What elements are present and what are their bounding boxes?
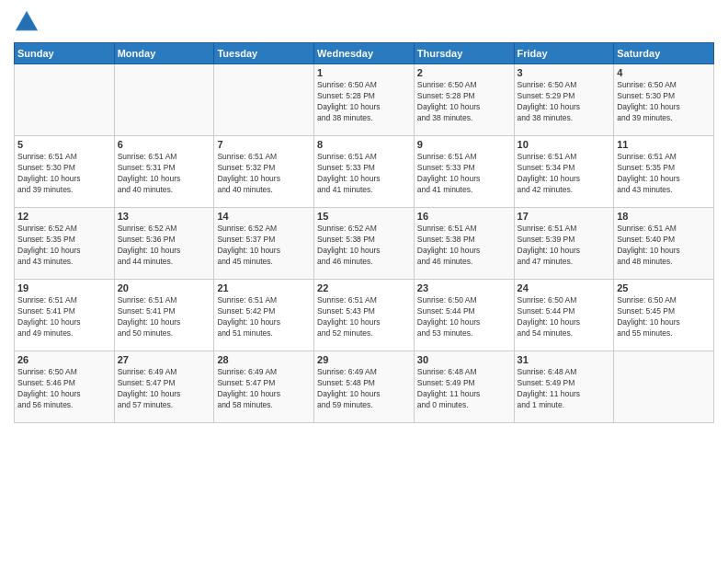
day-number: 9 — [417, 139, 511, 150]
calendar-cell: 17Sunrise: 6:51 AM Sunset: 5:39 PM Dayli… — [514, 208, 614, 280]
calendar-cell: 25Sunrise: 6:50 AM Sunset: 5:45 PM Dayli… — [614, 280, 714, 351]
weekday-header-monday: Monday — [114, 43, 214, 64]
day-number: 12 — [17, 211, 111, 222]
calendar-cell: 22Sunrise: 6:51 AM Sunset: 5:43 PM Dayli… — [314, 280, 415, 351]
day-info: Sunrise: 6:50 AM Sunset: 5:46 PM Dayligh… — [17, 367, 111, 411]
day-number: 15 — [317, 211, 411, 222]
calendar-cell: 18Sunrise: 6:51 AM Sunset: 5:40 PM Dayli… — [614, 208, 714, 280]
day-number: 20 — [118, 282, 211, 293]
calendar-cell — [614, 351, 714, 423]
day-number: 31 — [518, 354, 611, 365]
calendar-cell: 1Sunrise: 6:50 AM Sunset: 5:28 PM Daylig… — [314, 64, 415, 136]
day-info: Sunrise: 6:50 AM Sunset: 5:30 PM Dayligh… — [617, 80, 711, 124]
calendar-cell: 4Sunrise: 6:50 AM Sunset: 5:30 PM Daylig… — [614, 64, 714, 136]
day-info: Sunrise: 6:52 AM Sunset: 5:38 PM Dayligh… — [317, 224, 411, 268]
day-info: Sunrise: 6:48 AM Sunset: 5:49 PM Dayligh… — [518, 367, 611, 411]
weekday-header-friday: Friday — [514, 43, 614, 64]
day-info: Sunrise: 6:49 AM Sunset: 5:48 PM Dayligh… — [317, 367, 411, 411]
day-info: Sunrise: 6:51 AM Sunset: 5:30 PM Dayligh… — [17, 152, 111, 196]
day-info: Sunrise: 6:51 AM Sunset: 5:39 PM Dayligh… — [518, 224, 611, 268]
calendar-cell — [214, 64, 314, 136]
day-number: 26 — [17, 354, 111, 365]
calendar-cell: 2Sunrise: 6:50 AM Sunset: 5:28 PM Daylig… — [414, 64, 514, 136]
day-info: Sunrise: 6:51 AM Sunset: 5:38 PM Dayligh… — [417, 224, 511, 268]
day-info: Sunrise: 6:51 AM Sunset: 5:42 PM Dayligh… — [217, 295, 311, 339]
day-info: Sunrise: 6:51 AM Sunset: 5:33 PM Dayligh… — [417, 152, 511, 196]
weekday-header-row: SundayMondayTuesdayWednesdayThursdayFrid… — [15, 43, 714, 64]
calendar-cell: 11Sunrise: 6:51 AM Sunset: 5:35 PM Dayli… — [614, 136, 714, 208]
day-info: Sunrise: 6:50 AM Sunset: 5:28 PM Dayligh… — [417, 80, 511, 124]
calendar-cell: 3Sunrise: 6:50 AM Sunset: 5:29 PM Daylig… — [514, 64, 614, 136]
day-number: 3 — [518, 67, 611, 78]
day-number: 24 — [518, 282, 611, 293]
day-info: Sunrise: 6:51 AM Sunset: 5:40 PM Dayligh… — [617, 224, 711, 268]
week-row-3: 12Sunrise: 6:52 AM Sunset: 5:35 PM Dayli… — [15, 208, 714, 280]
day-number: 29 — [317, 354, 411, 365]
calendar-cell: 5Sunrise: 6:51 AM Sunset: 5:30 PM Daylig… — [15, 136, 115, 208]
calendar-cell: 20Sunrise: 6:51 AM Sunset: 5:41 PM Dayli… — [114, 280, 214, 351]
calendar-cell: 15Sunrise: 6:52 AM Sunset: 5:38 PM Dayli… — [314, 208, 415, 280]
day-info: Sunrise: 6:50 AM Sunset: 5:45 PM Dayligh… — [617, 295, 711, 339]
day-number: 21 — [217, 282, 311, 293]
calendar-cell: 10Sunrise: 6:51 AM Sunset: 5:34 PM Dayli… — [514, 136, 614, 208]
day-info: Sunrise: 6:52 AM Sunset: 5:35 PM Dayligh… — [17, 224, 111, 268]
day-number: 7 — [217, 139, 311, 150]
calendar-cell: 13Sunrise: 6:52 AM Sunset: 5:36 PM Dayli… — [114, 208, 214, 280]
day-number: 2 — [417, 67, 511, 78]
logo — [14, 9, 43, 35]
day-number: 28 — [217, 354, 311, 365]
day-number: 27 — [118, 354, 211, 365]
day-info: Sunrise: 6:51 AM Sunset: 5:34 PM Dayligh… — [518, 152, 611, 196]
calendar-cell: 31Sunrise: 6:48 AM Sunset: 5:49 PM Dayli… — [514, 351, 614, 423]
day-info: Sunrise: 6:48 AM Sunset: 5:49 PM Dayligh… — [417, 367, 511, 411]
calendar-cell: 7Sunrise: 6:51 AM Sunset: 5:32 PM Daylig… — [214, 136, 314, 208]
day-number: 19 — [17, 282, 111, 293]
day-number: 30 — [417, 354, 511, 365]
weekday-header-sunday: Sunday — [15, 43, 115, 64]
day-info: Sunrise: 6:50 AM Sunset: 5:44 PM Dayligh… — [417, 295, 511, 339]
weekday-header-thursday: Thursday — [414, 43, 514, 64]
day-info: Sunrise: 6:51 AM Sunset: 5:41 PM Dayligh… — [118, 295, 211, 339]
day-info: Sunrise: 6:51 AM Sunset: 5:43 PM Dayligh… — [317, 295, 411, 339]
calendar-cell: 9Sunrise: 6:51 AM Sunset: 5:33 PM Daylig… — [414, 136, 514, 208]
calendar-cell: 8Sunrise: 6:51 AM Sunset: 5:33 PM Daylig… — [314, 136, 415, 208]
page: SundayMondayTuesdayWednesdayThursdayFrid… — [0, 0, 728, 563]
week-row-5: 26Sunrise: 6:50 AM Sunset: 5:46 PM Dayli… — [15, 351, 714, 423]
day-number: 22 — [317, 282, 411, 293]
logo-icon — [14, 9, 40, 35]
day-info: Sunrise: 6:51 AM Sunset: 5:35 PM Dayligh… — [617, 152, 711, 196]
day-info: Sunrise: 6:49 AM Sunset: 5:47 PM Dayligh… — [217, 367, 311, 411]
day-number: 13 — [118, 211, 211, 222]
week-row-2: 5Sunrise: 6:51 AM Sunset: 5:30 PM Daylig… — [15, 136, 714, 208]
weekday-header-tuesday: Tuesday — [214, 43, 314, 64]
calendar-table: SundayMondayTuesdayWednesdayThursdayFrid… — [14, 42, 714, 423]
calendar-cell — [114, 64, 214, 136]
svg-marker-1 — [17, 15, 37, 29]
day-number: 6 — [118, 139, 211, 150]
day-info: Sunrise: 6:49 AM Sunset: 5:47 PM Dayligh… — [118, 367, 211, 411]
weekday-header-wednesday: Wednesday — [314, 43, 415, 64]
calendar-cell: 16Sunrise: 6:51 AM Sunset: 5:38 PM Dayli… — [414, 208, 514, 280]
day-number: 17 — [518, 211, 611, 222]
day-info: Sunrise: 6:51 AM Sunset: 5:33 PM Dayligh… — [317, 152, 411, 196]
calendar-cell: 21Sunrise: 6:51 AM Sunset: 5:42 PM Dayli… — [214, 280, 314, 351]
calendar-cell: 23Sunrise: 6:50 AM Sunset: 5:44 PM Dayli… — [414, 280, 514, 351]
day-number: 25 — [617, 282, 711, 293]
day-info: Sunrise: 6:51 AM Sunset: 5:31 PM Dayligh… — [118, 152, 211, 196]
day-info: Sunrise: 6:51 AM Sunset: 5:32 PM Dayligh… — [217, 152, 311, 196]
calendar-cell: 27Sunrise: 6:49 AM Sunset: 5:47 PM Dayli… — [114, 351, 214, 423]
day-info: Sunrise: 6:50 AM Sunset: 5:44 PM Dayligh… — [518, 295, 611, 339]
weekday-header-saturday: Saturday — [614, 43, 714, 64]
day-number: 10 — [518, 139, 611, 150]
calendar-cell: 30Sunrise: 6:48 AM Sunset: 5:49 PM Dayli… — [414, 351, 514, 423]
calendar-cell: 28Sunrise: 6:49 AM Sunset: 5:47 PM Dayli… — [214, 351, 314, 423]
calendar-cell: 6Sunrise: 6:51 AM Sunset: 5:31 PM Daylig… — [114, 136, 214, 208]
day-info: Sunrise: 6:52 AM Sunset: 5:37 PM Dayligh… — [217, 224, 311, 268]
calendar-cell: 26Sunrise: 6:50 AM Sunset: 5:46 PM Dayli… — [15, 351, 115, 423]
calendar-cell — [15, 64, 115, 136]
day-info: Sunrise: 6:50 AM Sunset: 5:28 PM Dayligh… — [317, 80, 411, 124]
calendar-cell: 24Sunrise: 6:50 AM Sunset: 5:44 PM Dayli… — [514, 280, 614, 351]
day-number: 8 — [317, 139, 411, 150]
calendar-cell: 12Sunrise: 6:52 AM Sunset: 5:35 PM Dayli… — [15, 208, 115, 280]
day-info: Sunrise: 6:51 AM Sunset: 5:41 PM Dayligh… — [17, 295, 111, 339]
